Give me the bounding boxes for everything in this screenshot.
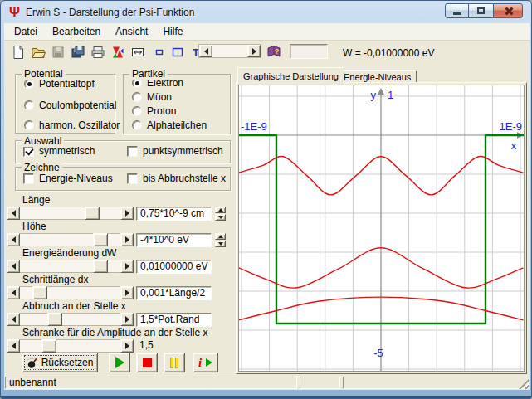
laenge-value[interactable]: 0,75*10^-9 cm [136,207,212,221]
slider-left-arrow-icon[interactable] [7,233,20,246]
schranke-label: Schranke für die Amplitude an der Stelle… [22,327,207,338]
slider-right-arrow-icon[interactable] [120,286,134,299]
slider-left-arrow-icon[interactable] [7,339,20,353]
radio-label: Müon [147,91,172,103]
radio-circle-icon [132,106,142,116]
y-axis-label: y [371,89,377,101]
radio-muon[interactable]: Müon [132,91,172,103]
menu-datei[interactable]: Datei [7,23,45,40]
slider-thumb[interactable] [93,233,108,246]
slider-thumb[interactable] [32,286,47,299]
minimize-button[interactable] [445,3,469,18]
slider-thumb[interactable] [93,260,108,273]
large-frame-button[interactable] [168,43,187,61]
hoehe-spinner[interactable] [215,233,226,247]
save-all-button[interactable] [69,43,87,61]
large-frame-icon [170,45,185,60]
new-document-button[interactable] [9,43,27,61]
help-book-icon: ? [266,45,282,60]
schranke-slider[interactable] [7,339,134,353]
slider-right-arrow-icon[interactable] [120,313,134,326]
pause-button[interactable] [164,353,185,372]
info-icon: i [198,356,202,370]
menu-hilfe[interactable]: Hilfe [155,23,190,40]
slider-left-arrow-icon[interactable] [7,286,20,299]
dx-slider[interactable] [7,286,134,299]
radio-alphateilchen[interactable]: Alphateilchen [132,119,207,131]
slider-thumb[interactable] [47,313,62,326]
scroll-left-icon[interactable] [199,45,212,57]
open-file-button[interactable] [29,43,47,61]
laenge-slider[interactable] [7,207,134,220]
slider-right-arrow-icon[interactable] [120,207,134,220]
menubar: Datei Bearbeiten Ansicht Hilfe [4,23,530,41]
x-axis-label: x [511,139,517,152]
slider-right-arrow-icon[interactable] [120,339,134,353]
toolbar-edit-box[interactable] [290,44,328,59]
menu-bearbeiten[interactable]: Bearbeiten [45,23,108,40]
dw-slider[interactable] [7,260,134,273]
zeichne-group-title: Zeichne [22,162,62,173]
checkbox-label: punktsymmetrisch [143,145,223,157]
dx-value[interactable]: 0,001*Länge/2 [136,286,212,300]
slider-thumb[interactable] [41,339,56,353]
reset-icon [27,357,38,369]
checkbox-label: Energie-Niveaus [39,173,113,184]
schranke-value[interactable]: 1,5 [136,339,212,353]
slider-left-arrow-icon[interactable] [7,207,20,220]
pause-icon [170,358,173,368]
checkbox-label: bis Abbruchstelle x [143,173,226,184]
toolbar: T ? W = -0,01000000 eV [4,41,530,65]
save-button[interactable] [49,43,67,61]
tab-graphische-darstellung[interactable]: Graphische Darstellung [237,67,344,84]
print-button[interactable] [89,43,107,61]
reset-button[interactable]: Rücksetzen [22,353,98,372]
radio-label: Potentialtopf [39,78,95,90]
play-button[interactable] [109,353,130,372]
radio-coulombpotential[interactable]: Coulombpotential [24,100,116,111]
energy-readout: W = -0,01000000 eV [343,47,434,59]
step-button[interactable]: i [193,353,218,372]
new-document-icon [11,45,26,60]
small-frame-button[interactable] [150,43,168,61]
slider-right-arrow-icon[interactable] [120,233,134,246]
laenge-label: Länge [22,194,50,206]
dx-label: Schrittlänge dx [22,274,88,285]
maximize-icon [477,7,485,14]
spinner-down-icon[interactable] [215,214,226,221]
slider-left-arrow-icon[interactable] [7,313,20,326]
dw-value[interactable]: 0,01000000 eV [136,260,212,274]
hoehe-slider[interactable] [7,233,134,246]
slider-left-arrow-icon[interactable] [7,260,20,273]
radio-proton[interactable]: Proton [132,105,176,117]
status-panel-2 [300,377,340,389]
fit-width-icon [130,45,145,60]
stop-button[interactable] [136,353,158,372]
fit-width-button[interactable] [129,43,147,61]
copy-view-button[interactable] [109,43,127,61]
app-window: Ψ Erwin S - Darstellung der Psi-Funktion… [0,0,532,399]
abbruch-slider[interactable] [7,313,134,326]
menu-ansicht[interactable]: Ansicht [108,23,155,40]
slider-thumb[interactable] [85,207,100,220]
checkbox-bis-abbruchstelle[interactable]: bis Abbruchstelle x [127,173,226,184]
checkbox-symmetrisch[interactable]: symmetrisch [23,145,95,157]
spinner-down-icon[interactable] [215,241,226,247]
maximize-button[interactable] [469,3,493,18]
radio-potentialtopf[interactable]: Potentialtopf [24,78,95,90]
spinner-up-icon[interactable] [215,207,226,213]
radio-harmon-oszillator[interactable]: harmon. Oszillator [24,119,120,131]
help-book-button[interactable]: ? [265,43,283,61]
laenge-spinner[interactable] [215,207,226,221]
checkbox-punktsymmetrisch[interactable]: punktsymmetrisch [127,145,223,157]
hoehe-value[interactable]: -4*10^0 eV [136,233,212,247]
toolbar-scrollbar[interactable] [198,44,261,58]
abbruch-value[interactable]: 1,5*Pot.Rand [136,313,212,327]
step-play-icon [206,358,212,367]
slider-right-arrow-icon[interactable] [120,260,134,273]
checkbox-energie-niveaus[interactable]: Energie-Niveaus [23,173,113,184]
spinner-up-icon[interactable] [215,233,226,240]
scroll-right-icon[interactable] [247,45,261,57]
tab-energie-niveaus[interactable]: Energie-Niveaus [338,70,417,83]
close-button[interactable] [493,3,523,18]
